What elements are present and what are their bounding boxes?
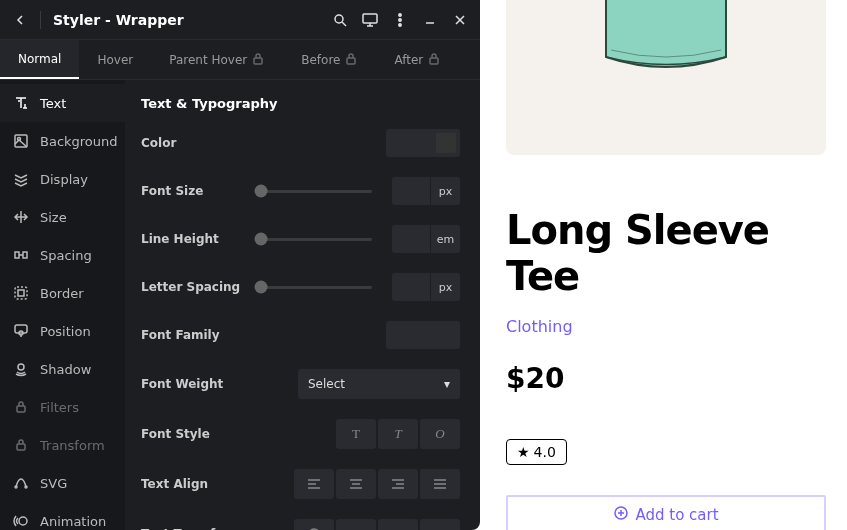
lock-icon [344,52,358,68]
sidebar-item-label: Position [40,324,91,339]
sidebar-item-label: Background [40,134,118,149]
product-rating: ★ 4.0 [506,439,567,465]
sidebar-item-display[interactable]: Display [0,160,125,198]
sidebar-item-position[interactable]: Position [0,312,125,350]
sidebar-item-label: Filters [40,400,79,415]
chevron-down-icon: ▾ [444,377,450,391]
preview-area: Long Sleeve Tee Clothing $20 ★ 4.0 Add t… [480,0,847,530]
sidebar-item-spacing[interactable]: Spacing [0,236,125,274]
align-right[interactable] [378,469,418,499]
svg-point-0 [335,15,343,23]
rating-value: 4.0 [534,444,556,460]
sidebar-item-shadow[interactable]: Shadow [0,350,125,388]
property-color: Color [141,129,460,157]
star-icon: ★ [517,444,530,460]
sidebar-item-label: Spacing [40,248,92,263]
property-font-family: Font Family [141,321,460,349]
minimize-icon[interactable] [422,12,438,28]
back-icon[interactable] [12,12,28,28]
size-icon [12,208,30,226]
panel-title: Styler - Wrapper [53,12,324,28]
property-text-align: Text Align [141,469,460,499]
tab-after[interactable]: After [376,40,459,79]
transform-capitalize[interactable]: Tt [420,519,460,530]
spacing-icon [12,246,30,264]
svg-rect-1 [363,14,377,23]
desktop-icon[interactable] [362,12,378,28]
svg-point-4 [399,23,401,25]
search-icon[interactable] [332,12,348,28]
transform-upper[interactable]: TT [336,519,376,530]
font-family-input[interactable] [386,321,460,349]
transform-lower[interactable]: tt [378,519,418,530]
sidebar-item-filters[interactable]: Filters [0,388,125,426]
letter-spacing-unit[interactable]: px [430,273,460,301]
color-input[interactable] [386,129,460,157]
property-line-height: Line Height em [141,225,460,253]
label-font-style: Font Style [141,427,251,441]
letter-spacing-slider[interactable] [261,286,372,289]
add-to-cart-button[interactable]: Add to cart [506,495,826,530]
property-font-style: Font Style T T O [141,419,460,449]
lock-icon [427,52,441,68]
add-to-cart-label: Add to cart [635,506,718,524]
divider [40,11,41,29]
sidebar-item-size[interactable]: Size [0,198,125,236]
label-font-size: Font Size [141,184,251,198]
position-icon [12,322,30,340]
tab-normal[interactable]: Normal [0,40,79,79]
font-weight-select[interactable]: Select▾ [298,369,460,399]
border-icon [12,284,30,302]
line-height-input[interactable] [392,225,430,253]
tab-hover[interactable]: Hover [79,40,151,79]
font-size-unit[interactable]: px [430,177,460,205]
svg-rect-12 [15,287,27,299]
styler-panel: Styler - Wrapper NormalHoverParent Hover… [0,0,480,530]
sidebar-item-svg[interactable]: SVG [0,464,125,502]
sidebar-item-background[interactable]: Background [0,122,125,160]
property-letter-spacing: Letter Spacing px [141,273,460,301]
letter-spacing-input[interactable] [392,273,430,301]
sidebar-item-label: Shadow [40,362,91,377]
align-justify[interactable] [420,469,460,499]
font-size-slider[interactable] [261,190,372,193]
lock-icon [12,436,30,454]
lock-icon [251,52,265,68]
sidebar-item-label: Transform [40,438,105,453]
close-icon[interactable] [452,12,468,28]
svg-rect-5 [254,58,262,64]
state-tabs: NormalHoverParent HoverBeforeAfter [0,40,480,80]
more-icon[interactable] [392,12,408,28]
tab-parent-hover[interactable]: Parent Hover [151,40,283,79]
sidebar-item-transform[interactable]: Transform [0,426,125,464]
product-category[interactable]: Clothing [506,317,837,336]
sidebar-item-label: Size [40,210,67,225]
font-style-normal[interactable]: T [336,419,376,449]
line-height-unit[interactable]: em [430,225,460,253]
align-left[interactable] [294,469,334,499]
align-center[interactable] [336,469,376,499]
svg-rect-13 [18,290,24,296]
titlebar: Styler - Wrapper [0,0,480,40]
shirt-illustration [576,0,756,82]
font-style-oblique[interactable]: O [420,419,460,449]
sidebar-item-text[interactable]: Text [0,84,125,122]
svg-point-16 [18,364,24,370]
product-title: Long Sleeve Tee [506,207,837,299]
product-price: $20 [506,362,837,395]
font-style-italic[interactable]: T [378,419,418,449]
sidebar-item-animation[interactable]: Animation [0,502,125,530]
property-font-size: Font Size px [141,177,460,205]
sidebar-item-border[interactable]: Border [0,274,125,312]
shadow-icon [12,360,30,378]
sidebar-item-label: Text [40,96,66,111]
label-text-align: Text Align [141,477,251,491]
svg-point-2 [399,13,401,15]
label-color: Color [141,136,251,150]
line-height-slider[interactable] [261,238,372,241]
svg-rect-10 [15,252,19,258]
display-icon [12,170,30,188]
tab-before[interactable]: Before [283,40,376,79]
font-size-input[interactable] [392,177,430,205]
transform-none[interactable] [294,519,334,530]
